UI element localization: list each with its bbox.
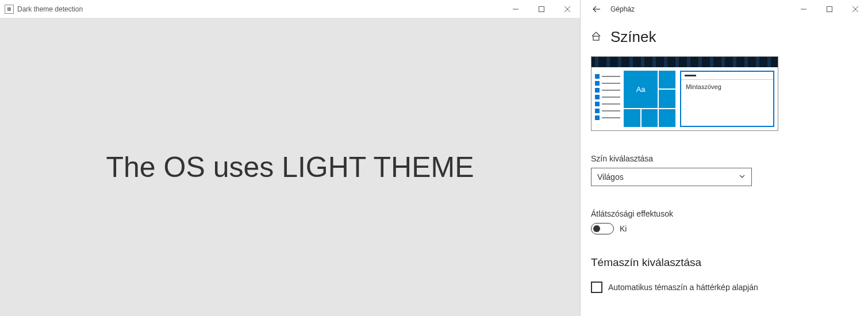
back-button[interactable] — [585, 0, 608, 18]
color-mode-label: Szín kiválasztása — [591, 154, 858, 163]
accent-heading: Témaszín kiválasztása — [591, 256, 858, 269]
svg-rect-1 — [539, 6, 544, 11]
color-mode-dropdown[interactable]: Világos — [591, 168, 752, 186]
home-icon[interactable] — [591, 31, 601, 44]
settings-window: Gépház Színek — [581, 0, 868, 316]
svg-rect-9 — [593, 36, 599, 40]
titlebar-right: Gépház — [581, 0, 868, 18]
titlebar-left: ▦ Dark theme detection — [0, 0, 580, 18]
preview-window: Mintaszöveg — [680, 71, 774, 127]
app-window-theme-detection: ▦ Dark theme detection The OS uses LIGHT… — [0, 0, 581, 316]
settings-app-title: Gépház — [610, 5, 635, 13]
app-icon: ▦ — [5, 5, 14, 14]
preview-tile-big: Aa — [624, 71, 658, 108]
theme-preview: Aa Mintaszöveg — [591, 56, 778, 131]
app-content: The OS uses LIGHT THEME — [0, 18, 580, 316]
auto-accent-checkbox[interactable] — [591, 282, 602, 293]
transparency-label: Átlátszósági effektusok — [591, 209, 858, 218]
color-mode-selected: Világos — [597, 172, 624, 182]
svg-rect-6 — [827, 6, 832, 11]
theme-status-text: The OS uses LIGHT THEME — [106, 151, 474, 184]
auto-accent-label: Automatikus témaszín a háttérkép alapján — [608, 283, 758, 292]
minimize-button[interactable] — [790, 0, 816, 18]
preview-sample-text: Mintaszöveg — [681, 80, 773, 94]
preview-tiles: Aa — [624, 71, 675, 127]
close-button[interactable] — [554, 0, 580, 18]
transparency-state: Ki — [620, 224, 627, 233]
close-button[interactable] — [842, 0, 868, 18]
maximize-button[interactable] — [816, 0, 842, 18]
chevron-down-icon — [739, 172, 746, 182]
minimize-button[interactable] — [502, 0, 528, 18]
maximize-button[interactable] — [528, 0, 554, 18]
window-title: Dark theme detection — [17, 5, 83, 13]
transparency-toggle[interactable] — [591, 223, 614, 234]
page-title: Színek — [610, 28, 656, 46]
preview-start-list — [595, 71, 620, 127]
